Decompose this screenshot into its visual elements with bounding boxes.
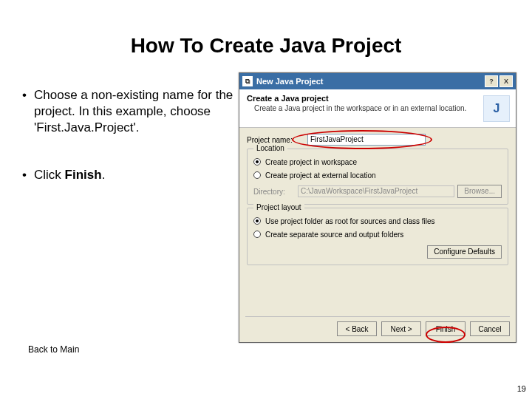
radio-label: Create project in workspace bbox=[265, 158, 357, 166]
close-button[interactable]: X bbox=[499, 75, 513, 87]
java-icon: J bbox=[483, 95, 510, 122]
project-name-label: Project name: bbox=[247, 136, 307, 144]
next-button[interactable]: Next > bbox=[381, 321, 421, 336]
dialog-title: New Java Project bbox=[256, 77, 483, 86]
radio-label: Use project folder as root for sources a… bbox=[265, 217, 435, 225]
page-number: 19 bbox=[517, 384, 526, 393]
back-to-main-link[interactable]: Back to Main bbox=[28, 344, 79, 355]
app-icon: ⧉ bbox=[242, 76, 253, 86]
slide: How To Create Java Project Choose a non-… bbox=[0, 0, 532, 399]
radio-label: Create project at external location bbox=[265, 171, 376, 180]
location-external-radio[interactable]: Create project at external location bbox=[253, 168, 502, 182]
new-java-project-dialog: ⧉ New Java Project ? X Create a Java pro… bbox=[239, 72, 516, 343]
header-title: Create a Java project bbox=[247, 94, 508, 103]
dialog-titlebar: ⧉ New Java Project ? X bbox=[239, 73, 516, 89]
slide-title: How To Create Java Project bbox=[0, 34, 532, 58]
directory-label: Directory: bbox=[253, 188, 298, 196]
radio-label: Create separate source and output folder… bbox=[265, 231, 403, 239]
dialog-header: Create a Java project Create a Java proj… bbox=[239, 89, 516, 128]
back-button[interactable]: < Back bbox=[337, 321, 377, 336]
cancel-button[interactable]: Cancel bbox=[470, 321, 510, 336]
finish-button[interactable]: Finish bbox=[426, 321, 466, 336]
location-legend: Location bbox=[253, 144, 287, 152]
radio-icon bbox=[253, 171, 261, 179]
location-group: Location Create project in workspace Cre… bbox=[247, 149, 508, 205]
finish-word: Finish bbox=[65, 168, 102, 182]
project-name-input[interactable]: FirstJavaProject bbox=[307, 134, 426, 146]
directory-input: C:\JavaWorkspace\FirstJavaProject bbox=[298, 185, 454, 197]
radio-icon bbox=[253, 217, 261, 225]
header-subtitle: Create a Java project in the workspace o… bbox=[254, 104, 508, 112]
bullet-list: Choose a non-existing name for the proje… bbox=[22, 87, 236, 214]
dialog-footer: < Back Next > Finish Cancel bbox=[332, 321, 510, 336]
location-workspace-radio[interactable]: Create project in workspace bbox=[253, 155, 502, 168]
layout-legend: Project layout bbox=[253, 203, 304, 211]
radio-icon bbox=[253, 158, 261, 166]
layout-separate-radio[interactable]: Create separate source and output folder… bbox=[253, 228, 502, 241]
dialog-body: Project name: FirstJavaProject Location … bbox=[239, 128, 516, 265]
help-button[interactable]: ? bbox=[485, 75, 498, 87]
bullet-item: Choose a non-existing name for the proje… bbox=[22, 87, 236, 136]
configure-defaults-button[interactable]: Configure Defaults bbox=[427, 245, 502, 259]
directory-row: Directory: C:\JavaWorkspace\FirstJavaPro… bbox=[253, 185, 502, 198]
radio-icon bbox=[253, 231, 261, 238]
project-layout-group: Project layout Use project folder as roo… bbox=[247, 208, 508, 265]
separator bbox=[245, 316, 510, 317]
bullet-item: Click Finish. bbox=[22, 167, 236, 183]
browse-button[interactable]: Browse... bbox=[457, 185, 502, 198]
layout-root-radio[interactable]: Use project folder as root for sources a… bbox=[253, 214, 502, 228]
